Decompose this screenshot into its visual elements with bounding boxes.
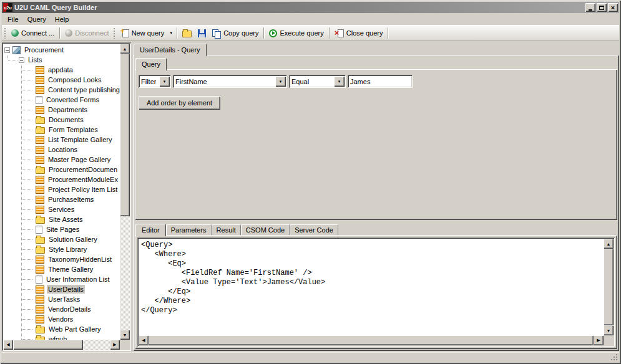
tree-item-wfpub[interactable]: wfpub [3,334,120,340]
connect-button[interactable]: Connect ... [8,26,57,40]
chevron-down-icon[interactable]: ▼ [159,76,170,87]
vscroll-thumb[interactable] [604,249,614,325]
chevron-down-icon[interactable]: ▼ [334,76,345,87]
editor-hscrollbar[interactable]: ◀ ▶ [139,335,604,345]
site-tree: Procurement Lists appdataComposed LooksC… [3,44,120,340]
tree-hscrollbar[interactable]: ◀ ▶ [3,340,120,350]
tree-item-site-assets[interactable]: Site Assets [3,214,120,224]
tree-item-site-pages[interactable]: Site Pages [3,224,120,234]
field-combo[interactable]: FirstName ▼ [173,75,287,88]
window-controls: × [585,3,618,12]
toolbar-separator [329,27,330,39]
minimize-button[interactable] [585,3,595,12]
tab-server-code[interactable]: Server Code [290,224,338,235]
tree-item-style-library[interactable]: Style Library [3,244,120,254]
tree-item-taxonomyhiddenlist[interactable]: TaxonomyHiddenList [3,254,120,264]
chevron-down-icon[interactable]: ▼ [275,76,286,87]
hscroll-thumb[interactable] [149,335,594,345]
scroll-right-button[interactable]: ▶ [594,335,604,345]
list-icon [36,206,44,214]
tree-item-purchaseitems[interactable]: PurchaseItems [3,194,120,204]
tree-item-label: Documents [47,115,85,124]
tree-item-procurement[interactable]: Procurement [3,45,120,55]
scroll-left-button[interactable]: ◀ [139,335,149,345]
tree-item-content-type-publishing[interactable]: Content type publishing [3,85,120,95]
tree-item-services[interactable]: Services [3,204,120,214]
tree-item-lists[interactable]: Lists [3,55,120,65]
execute-query-button[interactable]: Execute query [266,26,326,40]
editor-vscrollbar[interactable]: ▲ ▼ [604,239,614,335]
tree-item-label: Locations [47,145,79,154]
collapse-icon[interactable] [19,57,24,63]
scroll-right-button[interactable]: ▶ [110,340,120,350]
collapse-icon[interactable] [4,47,10,53]
add-order-by-button[interactable]: Add order by element [139,96,220,110]
toolbar-separator [177,27,177,39]
open-query-button[interactable] [179,26,195,40]
operator-combo[interactable]: Equal ▼ [289,75,346,88]
disconnect-button[interactable]: Disconnect [62,26,112,40]
tree-item-locations[interactable]: Locations [3,145,120,155]
tree-vscrollbar[interactable]: ▲ ▼ [120,44,130,340]
menu-file[interactable]: File [3,14,23,25]
close-query-button[interactable]: Close query [331,26,386,40]
tree-item-label: Web Part Gallery [47,325,102,333]
scroll-up-button[interactable]: ▲ [120,44,130,54]
scroll-up-button[interactable]: ▲ [604,239,614,249]
list-icon [36,106,44,114]
tree-item-vendordetails[interactable]: VendorDetails [3,304,120,314]
tree-item-solution-gallery[interactable]: Solution Gallery [3,234,120,244]
value-input[interactable] [348,75,413,88]
app-window: u2u U2U CAML Query Builder × File Query … [0,0,621,364]
maximize-icon [599,6,604,10]
scroll-down-button[interactable]: ▼ [120,330,130,340]
tree-item-procurementmoduleex[interactable]: ProcurementModuleEx [3,175,120,184]
tree-item-form-templates[interactable]: Form Templates [3,125,120,135]
tree-item-documents[interactable]: Documents [3,115,120,125]
tree-item-web-part-gallery[interactable]: Web Part Gallery [3,324,120,334]
maximize-button[interactable] [597,3,607,12]
vscroll-thumb[interactable] [120,54,130,216]
tree-item-label: Site Assets [47,215,84,224]
tab-csom-code[interactable]: CSOM Code [241,224,290,235]
filter-type-combo[interactable]: Filter ▼ [139,75,171,88]
tree-item-project-policy-item-list[interactable]: Project Policy Item List [3,184,120,194]
scrollbar-corner [120,340,130,350]
new-query-dropdown-button[interactable]: ▼ [167,30,175,36]
tree-item-departments[interactable]: Departments [3,105,120,115]
menu-query[interactable]: Query [23,14,51,25]
caml-query-text[interactable]: <Query> <Where> <Eq> <FieldRef Name='Fir… [139,239,603,335]
close-button[interactable]: × [608,3,618,12]
disconnect-icon [65,29,72,37]
tree-item-vendors[interactable]: Vendors [3,314,120,324]
tree-item-usertasks[interactable]: UserTasks [3,294,120,304]
save-query-button[interactable] [195,26,209,40]
tab-userdetails-query[interactable]: UserDetails - Query [134,44,207,56]
tree-item-composed-looks[interactable]: Composed Looks [3,75,120,85]
tree-item-user-information-list[interactable]: User Information List [3,274,120,284]
caml-editor[interactable]: <Query> <Where> <Eq> <FieldRef Name='Fir… [137,237,615,347]
tab-query[interactable]: Query [135,58,167,70]
main-area: Procurement Lists appdataComposed LooksC… [2,41,619,352]
hscroll-thumb[interactable] [13,340,83,350]
tree-item-label: PurchaseItems [47,195,95,204]
document-page: Query Filter ▼ FirstName ▼ Equal [133,55,619,351]
tab-parameters[interactable]: Parameters [166,224,212,235]
tab-result[interactable]: Result [212,224,241,235]
tree-item-appdata[interactable]: appdata [3,65,120,75]
menu-help[interactable]: Help [51,14,74,25]
new-query-button[interactable]: New query [117,26,168,40]
tree-item-userdetails[interactable]: UserDetails [3,284,120,294]
list-icon [36,86,44,94]
copy-query-button[interactable]: Copy query [209,26,262,40]
library-icon [36,117,45,124]
resize-grip[interactable] [610,353,618,361]
tree-item-converted-forms[interactable]: Converted Forms [3,95,120,105]
tab-editor[interactable]: Editor [135,224,166,236]
tree-item-list-template-gallery[interactable]: List Template Gallery [3,135,120,145]
tree-item-master-page-gallery[interactable]: Master Page Gallery [3,155,120,165]
scroll-down-button[interactable]: ▼ [604,325,614,335]
tree-item-procurementdocumen[interactable]: ProcurementDocumen [3,165,120,175]
tree-item-theme-gallery[interactable]: Theme Gallery [3,264,120,274]
scroll-left-button[interactable]: ◀ [3,340,13,350]
